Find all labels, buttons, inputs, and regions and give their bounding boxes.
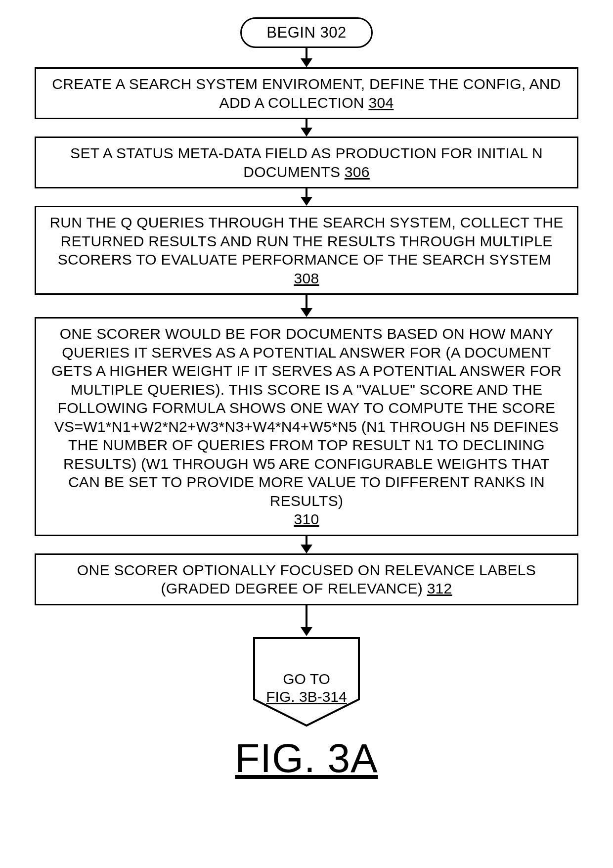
process-ref: 310: [294, 511, 319, 527]
process-step-308: RUN THE Q QUERIES THROUGH THE SEARCH SYS…: [35, 206, 578, 295]
connector-line2-ref: -314: [317, 688, 347, 705]
process-text: SET A STATUS META-DATA FIELD AS PRODUCTI…: [70, 145, 543, 180]
terminal-begin: BEGIN 302: [240, 17, 372, 48]
process-ref: 312: [427, 580, 452, 596]
arrow-icon: [301, 119, 312, 137]
arrow-icon: [301, 295, 312, 317]
process-step-304: CREATE A SEARCH SYSTEM ENVIROMENT, DEFIN…: [35, 67, 578, 119]
process-text: CREATE A SEARCH SYSTEM ENVIROMENT, DEFIN…: [52, 76, 561, 111]
arrow-icon: [301, 48, 312, 67]
process-step-310: ONE SCORER WOULD BE FOR DOCUMENTS BASED …: [35, 317, 578, 536]
process-ref: 308: [294, 270, 319, 286]
off-page-connector: GO TO FIG. 3B-314: [252, 636, 361, 728]
figure-label: FIG. 3A: [235, 735, 378, 781]
flowchart: BEGIN 302 CREATE A SEARCH SYSTEM ENVIROM…: [35, 17, 578, 781]
arrow-icon: [301, 536, 312, 553]
connector-line1: GO TO: [283, 671, 330, 687]
terminal-ref: 302: [320, 24, 346, 41]
connector-line2-fig: FIG. 3B: [266, 688, 317, 705]
process-step-312: ONE SCORER OPTIONALLY FOCUSED ON RELEVAN…: [35, 553, 578, 605]
process-text: RUN THE Q QUERIES THROUGH THE SEARCH SYS…: [49, 214, 563, 268]
terminal-label: BEGIN: [266, 24, 315, 41]
process-ref: 304: [368, 94, 394, 111]
arrow-icon: [301, 605, 312, 636]
process-ref: 306: [345, 164, 370, 180]
process-text: ONE SCORER WOULD BE FOR DOCUMENTS BASED …: [51, 325, 562, 509]
arrow-icon: [301, 188, 312, 206]
process-text: ONE SCORER OPTIONALLY FOCUSED ON RELEVAN…: [77, 562, 536, 597]
process-step-306: SET A STATUS META-DATA FIELD AS PRODUCTI…: [35, 137, 578, 188]
